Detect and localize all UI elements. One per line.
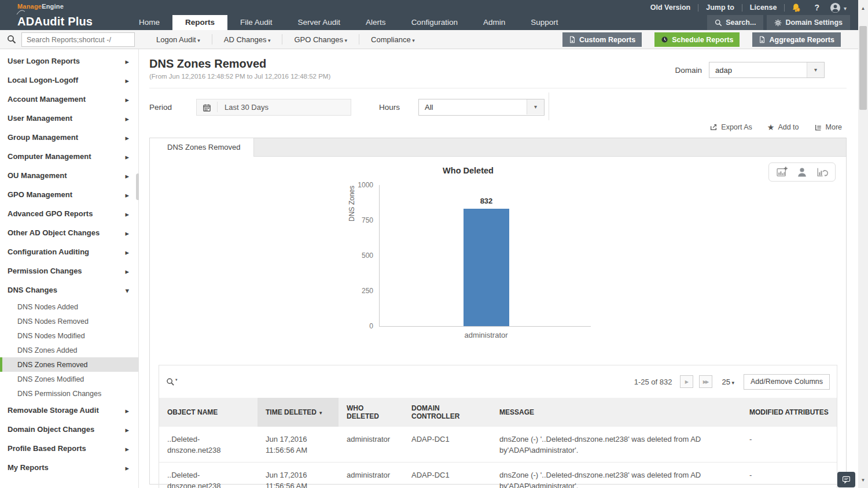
add-remove-columns-button[interactable]: Add/Remove Columns	[744, 374, 830, 390]
scroll-up-arrow-icon[interactable]: ▲	[858, 3, 868, 14]
sidebar-item-user-management[interactable]: User Management	[0, 109, 138, 128]
nav-configuration[interactable]: Configuration	[399, 15, 470, 30]
scrollbar-thumb[interactable]	[859, 26, 867, 110]
chevron-right-icon	[125, 94, 129, 105]
chart-reload-icon[interactable]	[816, 166, 828, 178]
report-search-icon[interactable]	[7, 35, 16, 44]
col-time-deleted[interactable]: TIME DELETED ▼	[258, 398, 339, 427]
chart-bar-administrator[interactable]: 832	[464, 209, 509, 326]
chart-x-category: administrator	[463, 331, 509, 339]
sidebar-item-dns-changes[interactable]: DNS Changes	[0, 280, 138, 300]
domain-settings-button[interactable]: Domain Settings	[767, 15, 850, 30]
report-search-input[interactable]	[21, 32, 135, 47]
nav-support[interactable]: Support	[518, 15, 571, 30]
last-page-button[interactable]: ▶▶	[699, 375, 712, 388]
account-menu[interactable]	[826, 2, 850, 13]
scroll-down-arrow-icon[interactable]: ▼	[858, 475, 868, 486]
sidebar-item-configuration-auditing[interactable]: Configuration Auditing	[0, 242, 138, 261]
chart-toolbar	[768, 162, 836, 182]
sidebar-item-ou-management[interactable]: OU Management	[0, 166, 138, 185]
old-version-link[interactable]: Old Version	[643, 0, 698, 15]
notifications-bell-icon[interactable]: !	[785, 3, 807, 13]
nav-file-audit[interactable]: File Audit	[227, 15, 285, 30]
gear-icon	[774, 19, 782, 27]
sidebar-item-my-reports[interactable]: My Reports	[0, 458, 138, 477]
sidebar-item-group-management[interactable]: Group Management	[0, 128, 138, 147]
chart-who-person-icon[interactable]	[796, 166, 808, 178]
sidebar-item-dns-zones-removed[interactable]: DNS Zones Removed	[0, 357, 138, 372]
nav-home[interactable]: Home	[126, 15, 172, 30]
add-to-link[interactable]: ★ Add to	[767, 123, 799, 131]
hours-select[interactable]: All	[418, 99, 545, 116]
col-object-name[interactable]: OBJECT NAME	[159, 398, 258, 427]
sidebar-item-local-logon-logoff[interactable]: Local Logon-Logoff	[0, 71, 138, 90]
search-icon	[715, 19, 722, 27]
nav-admin[interactable]: Admin	[470, 15, 518, 30]
chevron-right-icon	[125, 113, 129, 124]
sidebar-item-gpo-management[interactable]: GPO Management	[0, 185, 138, 204]
schedule-reports-button[interactable]: Schedule Reports	[654, 32, 740, 47]
chat-feedback-button[interactable]	[837, 472, 855, 487]
chart-add-icon[interactable]	[776, 166, 788, 178]
menu-gpo-changes[interactable]: GPO Changes	[282, 35, 359, 44]
results-table: OBJECT NAME TIME DELETED ▼ WHO DELETED D…	[159, 398, 837, 488]
tab-dns-zones-removed[interactable]: DNS Zones Removed	[150, 138, 254, 157]
sidebar-item-dns-nodes-removed[interactable]: DNS Nodes Removed	[0, 314, 138, 328]
sidebar-item-dns-nodes-added[interactable]: DNS Nodes Added	[0, 300, 138, 314]
sidebar-item-permission-changes[interactable]: Permission Changes	[0, 261, 138, 280]
period-picker[interactable]: Last 30 Days	[196, 99, 351, 116]
chevron-right-icon	[125, 266, 129, 276]
help-button[interactable]: ?	[807, 3, 826, 12]
next-page-button[interactable]: ▶	[680, 375, 693, 388]
menu-compliance[interactable]: Compliance	[359, 35, 426, 44]
menu-logon-audit[interactable]: Logon Audit	[145, 35, 212, 44]
sidebar-item-dns-zones-added[interactable]: DNS Zones Added	[0, 343, 138, 357]
license-link[interactable]: License	[742, 0, 785, 15]
aggregate-reports-button[interactable]: Aggregate Reports	[752, 32, 841, 47]
page-size-select[interactable]: 25	[722, 378, 734, 386]
sidebar-item-advanced-gpo-reports[interactable]: Advanced GPO Reports	[0, 204, 138, 223]
pagination-range: 1-25 of 832	[634, 378, 672, 386]
document-icon	[569, 36, 576, 43]
col-message[interactable]: MESSAGE	[491, 398, 741, 427]
sidebar-item-dns-zones-modified[interactable]: DNS Zones Modified	[0, 372, 138, 386]
sidebar-item-account-management[interactable]: Account Management	[0, 90, 138, 109]
table-search-icon[interactable]: ▾	[166, 378, 178, 386]
jump-to-link[interactable]: Jump to	[698, 0, 742, 15]
chevron-right-icon	[125, 405, 129, 416]
nav-reports[interactable]: Reports	[172, 15, 227, 30]
sidebar-item-dns-nodes-modified[interactable]: DNS Nodes Modified	[0, 328, 138, 343]
col-domain-controller[interactable]: DOMAIN CONTROLLER	[403, 398, 491, 427]
sidebar-item-profile-based-reports[interactable]: Profile Based Reports	[0, 439, 138, 458]
report-actions: Export As ★ Add to More	[149, 123, 842, 131]
menu-ad-changes[interactable]: AD Changes	[212, 35, 282, 44]
header-actions: Search... Domain Settings	[707, 15, 850, 30]
sidebar-item-removable-storage-audit[interactable]: Removable Storage Audit	[0, 401, 138, 420]
sidebar-item-user-logon-reports[interactable]: User Logon Reports	[0, 51, 138, 71]
col-modified-attributes[interactable]: MODIFIED ATTRIBUTES	[741, 398, 837, 427]
sidebar-item-domain-object-changes[interactable]: Domain Object Changes	[0, 420, 138, 439]
col-who-deleted[interactable]: WHO DELETED	[339, 398, 403, 427]
more-link[interactable]: More	[814, 123, 842, 131]
document-icon	[759, 36, 766, 43]
vertical-scrollbar[interactable]: ▲ ▼	[858, 0, 868, 488]
more-icon	[814, 123, 822, 131]
nav-server-audit[interactable]: Server Audit	[285, 15, 354, 30]
sidebar-item-dns-permission-changes[interactable]: DNS Permission Changes	[0, 386, 138, 401]
chevron-right-icon	[125, 228, 129, 238]
nav-alerts[interactable]: Alerts	[353, 15, 399, 30]
sidebar-item-computer-management[interactable]: Computer Management	[0, 147, 138, 166]
domain-select[interactable]: adap	[709, 62, 825, 78]
global-search-button[interactable]: Search...	[707, 15, 763, 30]
sidebar-item-other-ad-object-changes[interactable]: Other AD Object Changes	[0, 223, 138, 242]
logo: ManageEngine ADAudit Plus	[17, 3, 133, 28]
report-tabstrip: DNS Zones Removed	[150, 138, 846, 157]
chevron-down-icon	[807, 62, 824, 77]
avatar-icon	[830, 2, 841, 13]
export-as-link[interactable]: Export As	[709, 123, 752, 131]
filter-controls: Period Last 30 Days Hours All	[149, 98, 847, 116]
clock-icon	[661, 36, 668, 43]
chevron-down-icon	[125, 285, 129, 295]
export-icon	[709, 123, 718, 131]
custom-reports-button[interactable]: Custom Reports	[562, 32, 642, 47]
